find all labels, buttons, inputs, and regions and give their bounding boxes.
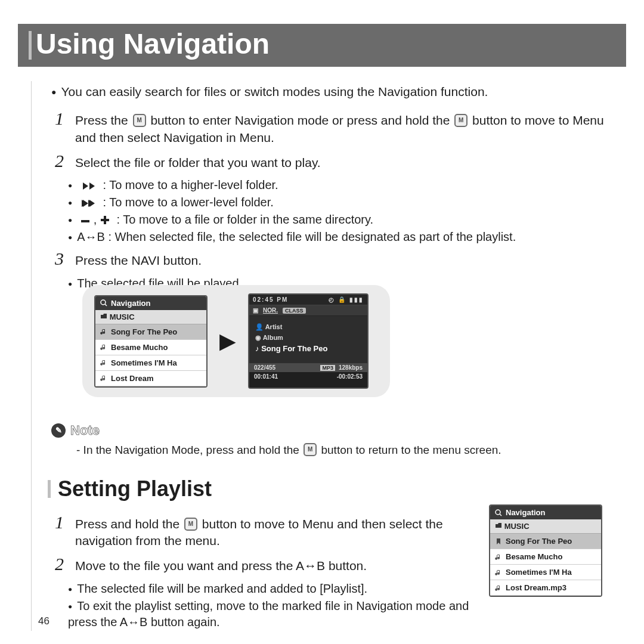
list-item: Besame Mucho: [95, 340, 206, 355]
row0: Song For The Peo: [111, 327, 177, 336]
music-note-icon: [495, 569, 502, 576]
step-1: 1 Press the button to enter Navigation m…: [55, 110, 620, 146]
playback-mode-bar: ▣ NOR. CLASS: [249, 305, 367, 316]
m-button-icon: [304, 443, 317, 456]
m-button-icon: [133, 114, 146, 127]
artist-label: Artist: [265, 323, 283, 330]
section2-title: Setting Playlist: [58, 475, 212, 504]
playlist-step-1: 1 Press and hold the button to move to M…: [55, 513, 479, 550]
music-note-icon: [100, 359, 107, 366]
navigation-screen-2: Navigation MUSIC Song For The Peo Besame…: [489, 504, 608, 597]
music-note-icon: [100, 374, 107, 382]
bookmark-icon: [495, 538, 502, 545]
playback-screen: 02:45 PM ◴ 🔒 ▮▮▮ ▣ NOR. CLASS 👤 Artist ◉…: [248, 293, 369, 389]
plus-icon: [100, 215, 110, 225]
play-mode-icon: ▣: [253, 307, 258, 314]
playback-info-bar: 022/455 MP3128kbps: [249, 363, 367, 372]
title-accent-bar: [29, 31, 32, 60]
list-item: Song For The Peo: [95, 324, 206, 340]
step-2: 2 Select the file or folder that you wan…: [55, 152, 620, 171]
s2d: A↔B : When selected file, the selected f…: [77, 230, 516, 243]
playlist-sublist: ●The selected file will be marked and ad…: [68, 581, 479, 630]
search-icon: [495, 509, 502, 516]
svg-rect-2: [101, 219, 109, 221]
r1: Besame Mucho: [506, 552, 562, 561]
step-number: 1: [55, 513, 69, 550]
page-number: 46: [38, 615, 49, 627]
svg-point-3: [101, 300, 106, 305]
music-note-icon: [495, 553, 502, 561]
device-screens-group: Navigation MUSIC Song For The Peo Besame…: [82, 285, 390, 397]
page-title-band: Using Navigation: [18, 24, 626, 67]
s2b: : To move to a lower-level folder.: [103, 196, 273, 209]
s2a: : To move to a higher-level folder.: [103, 178, 278, 191]
page-title: Using Navigation: [18, 24, 626, 60]
fmt-badge: MP3: [320, 365, 335, 371]
m-button-icon: [454, 114, 467, 127]
step-body: Press the button to enter Navigation mod…: [75, 110, 620, 146]
note-text: - In the Navigation Mode, press and hold…: [76, 442, 620, 458]
mode-class: CLASS: [283, 308, 306, 314]
nav-title: Navigation: [506, 508, 545, 517]
svg-rect-0: [81, 220, 89, 222]
intro-text: You can easily search for files or switc…: [51, 83, 620, 100]
nav-folder: MUSIC: [110, 312, 135, 321]
status-icons: ◴ 🔒 ▮▮▮: [329, 296, 364, 303]
arrow-right-icon: ▶: [219, 329, 236, 354]
m-button-icon: [184, 518, 197, 531]
list-item: Song For The Peo: [490, 534, 601, 549]
step-number: 2: [55, 555, 69, 574]
playlist-step-2: 2 Move to the file you want and press th…: [55, 555, 479, 574]
playback-status-bar: 02:45 PM ◴ 🔒 ▮▮▮: [249, 295, 367, 305]
svg-line-4: [105, 304, 107, 306]
p1a: Press and hold the: [75, 517, 183, 531]
note-t1: - In the Navigation Mode, press and hold…: [76, 444, 302, 456]
r2: Sometimes I'M Ha: [506, 568, 572, 577]
step-number: 2: [55, 152, 69, 171]
nav-folder-row: MUSIC: [95, 310, 206, 324]
list-item: Lost Dream.mp3: [490, 580, 601, 596]
svg-line-6: [500, 514, 501, 516]
nav-title: Navigation: [111, 299, 150, 308]
step2-sublist: ● : To move to a higher-level folder. ● …: [68, 177, 620, 245]
track-title: Song For The Peo: [261, 344, 327, 353]
next-icon: [80, 199, 96, 208]
mode-nor: NOR.: [263, 307, 278, 314]
s2c: : To move to a file or folder in the sam…: [117, 213, 374, 226]
music-note-icon: [100, 328, 107, 335]
track-count: 022/455: [254, 364, 275, 371]
list-item: Sometimes I'M Ha: [95, 355, 206, 371]
bitrate: 128kbps: [339, 364, 363, 371]
playback-time-bar: 00:01:41 -00:02:53: [249, 372, 367, 388]
navigation-screen: Navigation MUSIC Song For The Peo Besame…: [94, 295, 208, 388]
step1-text-a: Press the: [75, 113, 132, 127]
section-heading: Setting Playlist: [48, 475, 620, 504]
clock: 02:45 PM: [253, 296, 288, 303]
svg-point-5: [496, 510, 500, 515]
step2-text: Select the file or folder that you want …: [75, 152, 620, 171]
list-item: Besame Mucho: [490, 549, 601, 565]
step1-text-b: button to enter Navigation mode or press…: [150, 113, 453, 127]
list-item: Lost Dream: [95, 371, 206, 386]
heading-accent-bar: [48, 480, 51, 498]
music-note-icon: [100, 343, 107, 351]
nav-folder-row: MUSIC: [490, 519, 601, 534]
p2: Move to the file you want and press the …: [75, 555, 479, 574]
folder-up-icon: [495, 522, 502, 529]
step-number: 1: [55, 110, 69, 146]
nav-screen-header: Navigation: [95, 296, 206, 310]
p2s2: To exit the playlist setting, move to th…: [68, 599, 469, 628]
note-t2: button to return to the menu screen.: [321, 444, 501, 456]
music-note-icon: [495, 584, 502, 592]
elapsed: 00:01:41: [254, 373, 278, 380]
p2s1: The selected file will be marked and add…: [77, 582, 367, 595]
search-icon: [100, 299, 107, 306]
r0: Song For The Peo: [506, 537, 572, 546]
step-3: 3 Press the NAVI button.: [55, 250, 620, 269]
note-block: ✎ Note - In the Navigation Mode, press a…: [51, 420, 620, 458]
list-item: Sometimes I'M Ha: [490, 565, 601, 580]
nav-folder: MUSIC: [504, 522, 530, 531]
remain: -00:02:53: [337, 373, 363, 380]
step-number: 3: [55, 250, 69, 269]
note-badge: ✎ Note: [51, 422, 100, 439]
